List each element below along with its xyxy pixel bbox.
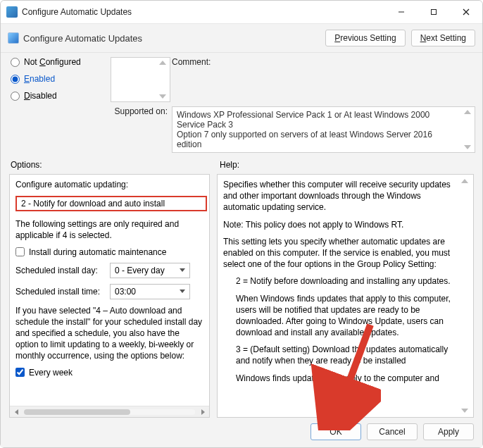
minimize-button[interactable] <box>385 1 418 23</box>
sched-time-label: Scheduled install time: <box>15 287 104 297</box>
cancel-button[interactable]: Cancel <box>367 423 418 440</box>
supported-on-box: Windows XP Professional Service Pack 1 o… <box>172 106 475 153</box>
scroll-left-icon <box>15 409 18 415</box>
sched-time-value: 03:00 <box>115 287 136 297</box>
options-hscrollbar[interactable] <box>10 406 209 417</box>
body: Not Configured Enabled Disabled Comment: <box>1 53 482 447</box>
supported-label: Supported on: <box>111 106 170 116</box>
footer: OK Cancel Apply <box>1 418 482 447</box>
maximize-button[interactable] <box>418 1 450 23</box>
options-heading: Configure automatic updating: <box>15 179 203 190</box>
scroll-down-icon <box>464 145 471 149</box>
config-area: Not Configured Enabled Disabled Comment: <box>1 53 482 156</box>
policy-header: Configure Automatic Updates Previous Set… <box>1 23 482 53</box>
window-root: Configure Automatic Updates Configure Au… <box>0 0 483 448</box>
radio-disabled[interactable]: Disabled <box>11 91 109 101</box>
options-note-2: If you have selected "4 – Auto download … <box>15 305 203 362</box>
help-p6: 3 = (Default setting) Download the updat… <box>223 344 458 366</box>
help-panel: Specifies whether this computer will rec… <box>217 174 474 418</box>
svg-rect-1 <box>432 10 437 15</box>
configure-updating-dropdown[interactable]: 2 - Notify for download and auto install <box>15 196 207 211</box>
state-radio-group: Not Configured Enabled Disabled <box>11 57 109 101</box>
app-icon <box>6 6 18 18</box>
close-button[interactable] <box>450 1 482 23</box>
titlebar: Configure Automatic Updates <box>1 1 482 23</box>
options-panel: Configure automatic updating: 2 - Notify… <box>9 174 210 418</box>
policy-icon <box>8 32 19 44</box>
previous-setting-button[interactable]: Previous Setting <box>325 30 405 46</box>
next-setting-button[interactable]: Next Setting <box>411 30 475 46</box>
radio-enabled[interactable]: Enabled <box>11 74 109 84</box>
help-p1: Specifies whether this computer will rec… <box>223 179 458 213</box>
scroll-up-icon <box>461 179 468 183</box>
chk-every-week[interactable]: Every week <box>15 368 203 378</box>
comment-label: Comment: <box>172 57 475 67</box>
panels-row: Configure automatic updating: 2 - Notify… <box>1 174 482 418</box>
sched-day-value: 0 - Every day <box>115 266 165 275</box>
help-p5: When Windows finds updates that apply to… <box>223 293 458 339</box>
help-scrollbar[interactable] <box>459 178 470 414</box>
help-p7: Windows finds updates that apply to the … <box>223 373 458 384</box>
minimize-icon <box>398 8 405 15</box>
ok-button[interactable]: OK <box>310 423 361 440</box>
comment-scrollbar[interactable] <box>157 59 168 100</box>
section-labels: Options: Help: <box>1 156 482 174</box>
options-note-1: The following settings are only required… <box>15 218 203 241</box>
scroll-up-icon <box>464 110 471 114</box>
sched-day-dropdown[interactable]: 0 - Every day <box>110 263 190 278</box>
configure-updating-value: 2 - Notify for download and auto install <box>21 199 165 209</box>
help-label: Help: <box>220 160 474 170</box>
scroll-right-icon <box>201 409 205 415</box>
radio-not-configured[interactable]: Not Configured <box>11 57 109 67</box>
close-icon <box>463 8 470 15</box>
apply-button[interactable]: Apply <box>423 423 474 440</box>
sched-day-label: Scheduled install day: <box>15 266 104 275</box>
scroll-up-icon <box>159 61 166 65</box>
policy-title: Configure Automatic Updates <box>23 33 142 44</box>
supported-on-text: Windows XP Professional Service Pack 1 o… <box>177 110 470 149</box>
supported-scrollbar[interactable] <box>462 108 473 151</box>
help-p3: This setting lets you specify whether au… <box>223 236 458 270</box>
comment-textarea[interactable] <box>111 57 170 102</box>
help-p4: 2 = Notify before downloading and instal… <box>223 275 458 287</box>
options-label: Options: <box>11 160 220 170</box>
sched-time-dropdown[interactable]: 03:00 <box>110 284 190 299</box>
help-p2: Note: This policy does not apply to Wind… <box>223 219 458 230</box>
chevron-down-icon <box>180 268 185 272</box>
scroll-thumb[interactable] <box>24 409 130 415</box>
chevron-down-icon <box>180 290 185 293</box>
scroll-down-icon <box>461 409 468 413</box>
scroll-down-icon <box>159 94 166 99</box>
maximize-icon <box>430 8 437 15</box>
chk-install-maintenance[interactable]: Install during automatic maintenance <box>15 247 203 257</box>
window-title: Configure Automatic Updates <box>22 7 132 17</box>
